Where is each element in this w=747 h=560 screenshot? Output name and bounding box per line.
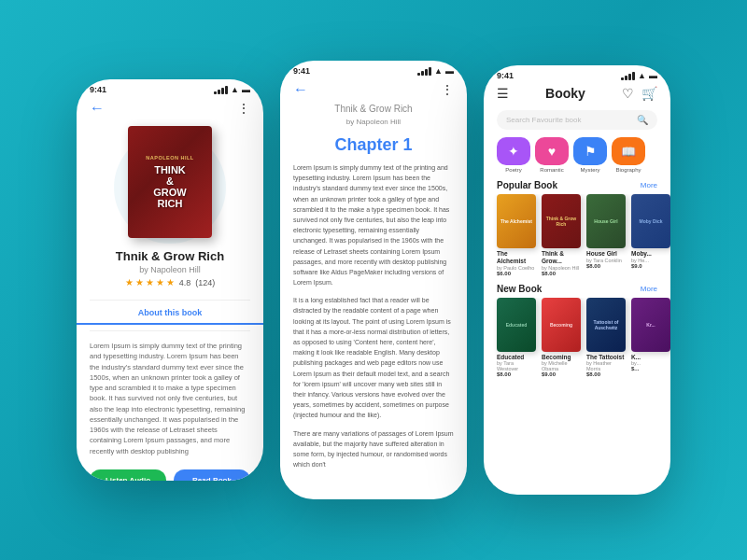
book-description: Lorem Ipsum is simply dummy text of the … bbox=[77, 337, 263, 464]
book-educated[interactable]: Educated Educated by Tara Westover $8.00 bbox=[497, 298, 536, 378]
thinkgrow-price: $8.00 bbox=[542, 271, 556, 276]
mid-phone: 9:41 ▲ ▬ ← ⋮ Thnik & Grow Rich by Napole… bbox=[280, 61, 467, 499]
alchemist-cover: The Alchemist bbox=[497, 194, 536, 248]
mid-book-author: by Napoleon Hill bbox=[280, 118, 467, 128]
cat-romantic-icon: ♥ bbox=[535, 137, 569, 165]
kr-price: $... bbox=[631, 366, 639, 371]
educated-author: by Tara Westover bbox=[497, 360, 536, 371]
book-moby[interactable]: Moby Dick Moby... by He... $9.0 bbox=[631, 194, 670, 276]
becoming-price: $9.00 bbox=[542, 371, 556, 377]
book-info: Thnik & Grow Rich by Napoleon Hill ★ ★ ★… bbox=[77, 245, 263, 294]
categories-row: ✦ Poetry ♥ Romantic ⚑ Mystery 📖 Biograph… bbox=[484, 137, 670, 180]
book-cover-left: NAPOLEON HILL THINK&GROWRICH bbox=[128, 126, 212, 238]
chapter-text-3: There are many variations of passages of… bbox=[280, 428, 467, 478]
tattooist-author: by Heather Morris bbox=[586, 360, 626, 371]
cat-mystery-label: Mystery bbox=[581, 167, 600, 173]
cat-poetry[interactable]: ✦ Poetry bbox=[497, 137, 530, 173]
popular-title: Popular Book bbox=[497, 180, 557, 190]
time-right: 9:41 bbox=[497, 71, 514, 80]
star-4: ★ bbox=[156, 277, 164, 287]
status-bar-left: 9:41 ▲ ▬ bbox=[77, 79, 263, 96]
book-alchemist[interactable]: The Alchemist The Alchemist by Paulo Coe… bbox=[497, 194, 536, 276]
book-author-left: by Napoleon Hill bbox=[90, 265, 250, 274]
book-tattooist[interactable]: Tattooist of Auschwitz The Tattooist by … bbox=[586, 298, 626, 378]
rating-value: 4.8 bbox=[179, 278, 191, 287]
back-button-mid[interactable]: ← bbox=[293, 81, 308, 98]
book-becoming[interactable]: Becoming Becoming by Michelle Obama $9.0… bbox=[542, 298, 581, 378]
divider-1 bbox=[90, 300, 250, 301]
new-more-link[interactable]: More bbox=[641, 285, 657, 293]
battery-icon-mid: ▬ bbox=[445, 66, 454, 76]
battery-icon-right: ▬ bbox=[649, 71, 657, 80]
cat-romantic-label: Romantic bbox=[540, 167, 563, 173]
listen-audio-button[interactable]: Listen Audio bbox=[90, 469, 166, 481]
book-housegirl[interactable]: House Girl House Girl by Tara Conklin $8… bbox=[586, 194, 626, 276]
new-section-header: New Book More bbox=[484, 284, 670, 298]
wifi-icon-right: ▲ bbox=[638, 71, 646, 80]
star-5: ★ bbox=[166, 277, 175, 287]
star-3: ★ bbox=[146, 277, 154, 287]
new-books-row: Educated Educated by Tara Westover $8.00… bbox=[484, 298, 670, 385]
search-bar[interactable]: Search Favourite book 🔍 bbox=[497, 110, 657, 130]
cat-mystery[interactable]: ⚑ Mystery bbox=[573, 137, 607, 173]
divider-2 bbox=[90, 330, 250, 331]
hamburger-icon[interactable]: ☰ bbox=[497, 86, 509, 101]
star-2: ★ bbox=[135, 277, 144, 287]
book-kr[interactable]: Kr... K... by... $... bbox=[631, 298, 670, 378]
time-left: 9:41 bbox=[90, 85, 106, 94]
alchemist-title: The Alchemist bbox=[497, 250, 536, 265]
cat-biography-label: Biography bbox=[615, 167, 641, 173]
book-title-left: Thnik & Grow Rich bbox=[90, 249, 250, 263]
status-bar-mid: 9:41 ▲ ▬ bbox=[280, 61, 467, 77]
housegirl-title: House Girl bbox=[586, 250, 626, 258]
back-button-left[interactable]: ← bbox=[90, 100, 105, 117]
chapter-text-2: It is a long established fact that a rea… bbox=[280, 295, 467, 427]
chapter-text-1: Lorem Ipsum is simply dummy text of the … bbox=[280, 162, 467, 295]
cat-poetry-icon: ✦ bbox=[497, 137, 530, 165]
moby-cover: Moby Dick bbox=[631, 194, 670, 248]
becoming-author: by Michelle Obama bbox=[542, 360, 581, 371]
status-bar-right: 9:41 ▲ ▬ bbox=[484, 65, 670, 82]
book-cover-container: NAPOLEON HILL THINK&GROWRICH bbox=[77, 122, 263, 245]
about-tab[interactable]: About this book bbox=[77, 306, 263, 325]
cat-poetry-label: Poetry bbox=[505, 167, 521, 173]
book-thinkgrow[interactable]: Think & Grow Rich Think & Grow... by Nap… bbox=[542, 194, 581, 276]
popular-section-header: Popular Book More bbox=[484, 180, 670, 194]
thinkgrow-title: Think & Grow... bbox=[542, 250, 581, 265]
battery-icon: ▬ bbox=[242, 85, 250, 94]
tattooist-price: $8.00 bbox=[586, 371, 600, 377]
cart-icon[interactable]: 🛒 bbox=[641, 86, 657, 101]
cat-biography-icon: 📖 bbox=[612, 137, 645, 165]
new-title: New Book bbox=[497, 284, 542, 294]
mid-book-title: Thnik & Grow Rich bbox=[280, 104, 467, 116]
wifi-icon: ▲ bbox=[231, 85, 239, 94]
kr-title: K... bbox=[631, 354, 670, 361]
status-icons-mid: ▲ ▬ bbox=[417, 66, 454, 76]
more-button-left[interactable]: ⋮ bbox=[237, 101, 250, 116]
app-header-right: ☰ Booky ♡ 🛒 bbox=[484, 82, 670, 106]
status-icons-right: ▲ ▬ bbox=[621, 71, 657, 80]
educated-title: Educated bbox=[497, 354, 536, 361]
popular-more-link[interactable]: More bbox=[641, 181, 657, 189]
left-phone: 9:41 ▲ ▬ ← ⋮ NAPOLEON HILL THINK&GROWRIC… bbox=[77, 79, 263, 481]
educated-cover: Educated bbox=[497, 298, 536, 352]
more-button-mid[interactable]: ⋮ bbox=[441, 82, 454, 97]
cover-author: NAPOLEON HILL bbox=[146, 155, 193, 161]
housegirl-price: $8.00 bbox=[586, 263, 600, 269]
thinkgrow-cover: Think & Grow Rich bbox=[542, 194, 581, 248]
app-title: Booky bbox=[545, 86, 585, 101]
educated-price: $8.00 bbox=[497, 371, 511, 377]
cat-romantic[interactable]: ♥ Romantic bbox=[535, 137, 569, 173]
cat-biography[interactable]: 📖 Biography bbox=[612, 137, 645, 173]
alchemist-price: $6.00 bbox=[497, 271, 511, 276]
heart-icon[interactable]: ♡ bbox=[622, 86, 634, 101]
moby-title: Moby... bbox=[631, 250, 670, 258]
mid-header: ← ⋮ bbox=[280, 77, 467, 104]
rating-count: (124) bbox=[195, 278, 215, 287]
search-icon: 🔍 bbox=[637, 115, 648, 125]
left-header: ← ⋮ bbox=[77, 96, 263, 122]
wifi-icon-mid: ▲ bbox=[434, 66, 443, 76]
read-book-button[interactable]: Read Book bbox=[174, 469, 250, 481]
tattooist-title: The Tattooist bbox=[586, 354, 626, 361]
cover-title-think: THINK&GROWRICH bbox=[153, 164, 186, 209]
